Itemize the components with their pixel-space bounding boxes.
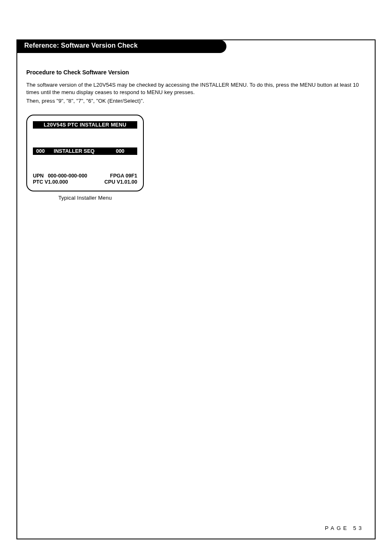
page-frame: Reference: Software Version Check Proced… bbox=[16, 39, 376, 539]
installer-seq-right: 000 bbox=[116, 148, 125, 154]
installer-seq-label: INSTALLER SEQ bbox=[54, 148, 95, 154]
ptc-version: PTC V1.00.000 bbox=[33, 179, 87, 186]
body-paragraph-2: Then, press "9", "8", "7", "6", "OK (Ent… bbox=[26, 97, 366, 105]
page-number: PAGE 53 bbox=[325, 525, 364, 531]
installer-seq-row: 000 INSTALLER SEQ 000 bbox=[33, 147, 137, 155]
upn-label: UPN bbox=[33, 173, 44, 180]
cpu-version: CPU V1.01.00 bbox=[104, 179, 137, 186]
installer-menu-box: L20V54S PTC INSTALLER MENU 000 INSTALLER… bbox=[26, 115, 144, 191]
fpga-version: FPGA 09F1 bbox=[104, 173, 137, 180]
page-title-text: Reference: Software Version Check bbox=[24, 42, 138, 49]
installer-menu-title: L20V54S PTC INSTALLER MENU bbox=[33, 121, 137, 129]
section-heading: Procedure to Check Software Version bbox=[26, 69, 366, 76]
installer-seq-left: 000 bbox=[36, 148, 45, 154]
page-title-bar: Reference: Software Version Check bbox=[17, 40, 226, 53]
content-region: Procedure to Check Software Version The … bbox=[26, 69, 366, 201]
upn-value: 000-000-000-000 bbox=[48, 173, 87, 180]
menu-caption: Typical Installer Menu bbox=[26, 195, 144, 201]
installer-menu-footer: UPN 000-000-000-000 FPGA 09F1 PTC V1.00.… bbox=[33, 173, 137, 186]
body-paragraph-1: The software version of the L20V54S may … bbox=[26, 81, 366, 96]
